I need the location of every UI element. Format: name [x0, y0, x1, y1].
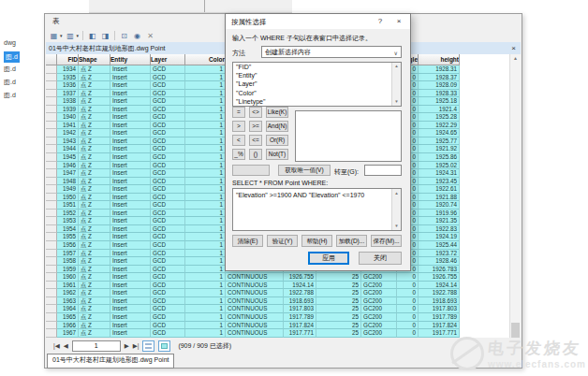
row-selector[interactable] [46, 97, 57, 106]
row-selector[interactable] [46, 122, 57, 130]
is-button[interactable] [232, 165, 270, 176]
row-selector[interactable] [46, 137, 57, 146]
field-list-item[interactable]: "Layer" [233, 80, 401, 88]
operator-button->[interactable]: > [232, 121, 245, 132]
row-selector[interactable] [46, 185, 57, 194]
row-selector[interactable] [46, 250, 57, 258]
row-selector[interactable] [46, 225, 57, 234]
row-selector[interactable] [46, 153, 57, 162]
operator-button-not(t)[interactable]: Not(T) [266, 149, 288, 160]
table-row[interactable]: 1963点 ZInsertGCD1CONTINUOUS1918.69325GC2… [46, 297, 511, 306]
row-selector[interactable] [46, 113, 57, 122]
next-record-button[interactable]: ▶ [125, 342, 129, 350]
show-selected-records-button[interactable] [158, 340, 170, 352]
table-options-icon[interactable]: ▦ [49, 31, 59, 41]
row-selector[interactable] [46, 201, 57, 210]
table-bottom-tab[interactable]: 01号中大村老村庄规划地形图.dwg Point [47, 354, 174, 369]
operator-button-like(k)[interactable]: Like(K) [266, 107, 288, 118]
related-tables-icon[interactable]: ▥ [66, 31, 76, 41]
zoom-to-selected-icon[interactable]: ◉ [132, 31, 142, 41]
row-selector[interactable] [46, 266, 57, 274]
row-selector[interactable] [46, 313, 57, 322]
previous-record-button[interactable]: ◀ [64, 342, 68, 350]
scroll-up-icon[interactable]: ▲ [510, 54, 521, 63]
field-list[interactable]: "FID""Entity""Layer""Color""Linetype"▲▼ [232, 62, 402, 107]
toc-item[interactable]: dwg [4, 39, 16, 46]
row-selector[interactable] [46, 322, 57, 330]
row-selector[interactable] [46, 217, 57, 225]
toc-item[interactable]: 图.d [4, 51, 20, 63]
method-dropdown[interactable]: 创建新选择内容 ∨ [261, 46, 402, 58]
select-by-attributes-icon[interactable]: ◧ [87, 31, 97, 41]
row-selector[interactable] [46, 65, 57, 74]
clear-button[interactable]: 清除(E) [232, 235, 263, 247]
scroll-up-icon[interactable]: ▲ [392, 189, 401, 197]
column-header-color[interactable]: Color [185, 54, 226, 65]
column-header-shape[interactable]: Shape [79, 54, 110, 65]
last-record-button[interactable]: ▶| [133, 342, 140, 350]
row-selector[interactable] [46, 257, 57, 266]
table-row[interactable]: 1967点 ZInsertGCD1CONTINUOUS1917.77125GC2… [46, 329, 511, 338]
delete-selected-icon[interactable]: ✕ [145, 31, 155, 41]
unique-values-box[interactable] [295, 110, 402, 162]
operator-button-_%[interactable]: _% [232, 149, 245, 160]
table-row[interactable]: 1960点 ZInsertGCD1CONTINUOUS1926.75525GC2… [46, 273, 511, 282]
verify-button[interactable]: 验证(Y) [267, 235, 298, 247]
operator-button-<>[interactable]: <> [249, 107, 262, 118]
row-selector[interactable] [46, 273, 57, 282]
row-selector[interactable] [46, 233, 57, 241]
table-row[interactable]: 1965点 ZInsertGCD1CONTINUOUS1917.78925GC2… [46, 313, 511, 322]
load-button[interactable]: 加载(D)... [336, 235, 367, 247]
operator-button-()[interactable]: () [249, 149, 262, 160]
show-all-records-button[interactable] [142, 340, 154, 352]
apply-button[interactable]: 应用 [308, 252, 349, 265]
row-selector[interactable] [46, 162, 57, 170]
column-header-height[interactable]: height [419, 54, 460, 65]
row-selector[interactable] [46, 289, 57, 297]
field-list-item[interactable]: "Linetype" [233, 97, 401, 106]
column-header-layer[interactable]: Layer [151, 54, 185, 65]
where-clause-input[interactable]: "Elevation" >=1900 AND "Elevation" <=197… [232, 188, 402, 231]
first-record-button[interactable]: |◀ [53, 342, 60, 350]
toc-item[interactable]: 图.d [4, 65, 16, 74]
row-selector[interactable] [46, 81, 57, 90]
table-row[interactable]: 1962点 ZInsertGCD1CONTINUOUS1922.78825GC2… [46, 289, 511, 297]
goto-input[interactable] [364, 165, 402, 176]
scroll-up-icon[interactable]: ▲ [392, 63, 401, 70]
field-list-item[interactable]: "Color" [233, 89, 401, 97]
help-icon[interactable]: ? [371, 14, 390, 29]
clear-selection-icon[interactable]: ⊡ [119, 31, 129, 41]
expression-scrollbar[interactable]: ▲ ▼ [391, 189, 401, 230]
record-number-input[interactable]: 1 [72, 340, 121, 352]
close-button[interactable]: 关闭 [359, 252, 402, 265]
operator-button-or(r)[interactable]: Or(R) [266, 135, 288, 146]
row-selector[interactable] [46, 106, 57, 114]
table-row[interactable]: 1961点 ZInsertGCD1CONTINUOUS1924.1425GC20… [46, 282, 511, 290]
field-list-scrollbar[interactable]: ▲▼ [391, 63, 401, 106]
column-header-fid[interactable]: FID [57, 54, 79, 65]
dropdown-caret-icon[interactable]: ▾ [77, 33, 80, 38]
row-selector[interactable] [46, 241, 57, 250]
row-selector[interactable] [46, 74, 57, 82]
operator-button-<[interactable]: < [232, 135, 245, 146]
table-row[interactable]: 1966点 ZInsertGCD1CONTINUOUS1917.82425GC2… [46, 322, 511, 330]
toc-item[interactable]: 图.d [4, 91, 16, 100]
dropdown-caret-icon[interactable]: ▾ [60, 33, 63, 38]
row-selector[interactable] [46, 169, 57, 178]
row-selector[interactable] [46, 297, 57, 306]
operator-button-=[interactable]: = [232, 107, 245, 118]
row-selector[interactable] [46, 129, 57, 137]
scroll-down-icon[interactable]: ▼ [392, 98, 401, 106]
operator-button-<=[interactable]: <= [249, 135, 262, 146]
field-list-item[interactable]: "FID" [233, 63, 401, 71]
operator-button->=[interactable]: >= [249, 121, 262, 132]
row-selector[interactable] [46, 329, 57, 338]
row-selector[interactable] [46, 194, 57, 202]
close-icon[interactable]: × [511, 42, 516, 54]
row-selector[interactable] [46, 145, 57, 153]
field-list-item[interactable]: "Entity" [233, 71, 401, 80]
dialog-titlebar[interactable]: 按属性选择 ? × [226, 14, 410, 29]
row-selector[interactable] [46, 210, 57, 218]
row-selector[interactable] [46, 90, 57, 98]
switch-selection-icon[interactable]: ◨ [100, 31, 110, 41]
